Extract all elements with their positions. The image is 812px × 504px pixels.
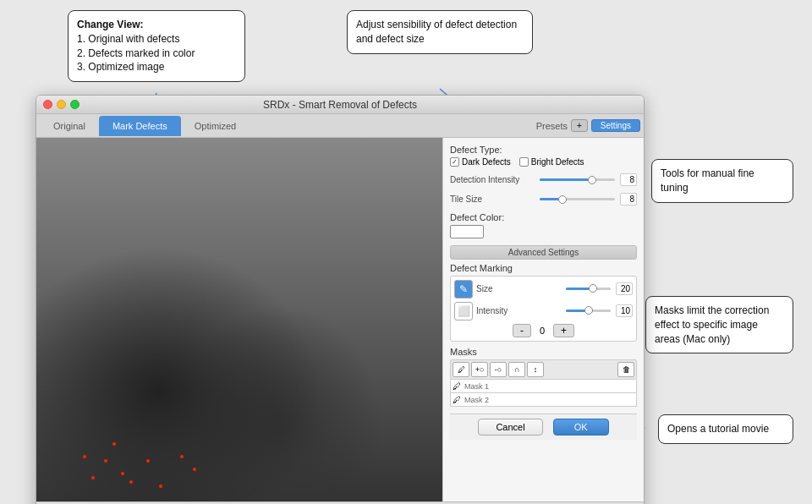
close-button[interactable] <box>43 100 52 109</box>
presets-area: Presets + Settings <box>536 119 640 132</box>
size-tool-row: ✎ Size 20 <box>454 280 633 299</box>
size-slider[interactable] <box>566 288 611 290</box>
mask-intersect-button[interactable]: ∩ <box>508 362 525 377</box>
mask-sub-button[interactable]: -○ <box>490 362 507 377</box>
masks-toolbar: 🖊 +○ -○ ∩ ↕ 🗑 <box>450 359 637 380</box>
defect-dot <box>121 472 124 475</box>
detection-intensity-row: Detection Intensity 8 <box>450 173 637 186</box>
traffic-lights[interactable] <box>43 100 80 109</box>
detection-intensity-slider[interactable] <box>540 178 615 181</box>
minus-button[interactable]: - <box>513 324 531 337</box>
eraser-tool-button[interactable]: ⬜ <box>454 302 473 320</box>
ok-button[interactable]: OK <box>553 419 609 436</box>
defect-dot <box>83 455 86 458</box>
defect-dot <box>129 480 133 484</box>
advanced-settings-header: Advanced Settings <box>450 245 637 260</box>
detection-intensity-value: 8 <box>620 173 637 186</box>
callout-tutorial: Opens a tutorial movie <box>658 414 793 444</box>
presets-add-button[interactable]: + <box>571 119 588 132</box>
mask-layer-2: 🖊 Mask 2 <box>450 393 637 407</box>
tab-optimized[interactable]: Optimized <box>181 116 250 136</box>
action-buttons: Cancel OK <box>450 414 637 440</box>
tab-mark-defects[interactable]: Mark Defects <box>99 116 181 136</box>
bright-defects-checkbox[interactable] <box>519 157 529 167</box>
slider-thumb[interactable] <box>589 284 597 293</box>
size-row: Size 20 <box>476 282 633 295</box>
intensity-slider-area: Intensity 10 <box>476 304 633 319</box>
title-bar: SRDx - Smart Removal of Defects <box>36 96 644 114</box>
mask-draw-icon-2: 🖊 <box>453 395 461 404</box>
masks-label: Masks <box>450 347 637 357</box>
size-label: Size <box>476 284 561 293</box>
size-slider-area: Size 20 <box>476 282 633 297</box>
defect-color-swatch[interactable] <box>450 225 484 238</box>
intensity-tool-row: ⬜ Intensity 10 <box>454 302 633 320</box>
callout-adjust-sensitivity: Adjust sensibility of defect detection a… <box>347 10 533 54</box>
cancel-button[interactable]: Cancel <box>478 419 542 436</box>
defect-marking-tools: ✎ Size 20 ⬜ <box>450 276 637 342</box>
callout-change-view: Change View: 1. Original with defects 2.… <box>68 10 245 82</box>
defect-dot <box>104 459 107 463</box>
app-window: SRDx - Smart Removal of Defects Original… <box>36 95 645 504</box>
defect-color-section: Defect Color: <box>450 212 637 238</box>
presets-label: Presets <box>536 121 568 131</box>
tile-size-slider[interactable] <box>540 198 615 200</box>
defect-marking-label: Defect Marking <box>450 263 637 273</box>
counter-row: - 0 + <box>454 324 633 337</box>
tab-bar: Original Mark Defects Optimized Presets … <box>36 114 644 138</box>
callout-item-1: 1. Original with defects <box>77 33 179 45</box>
dark-defects-label: Dark Defects <box>462 157 511 167</box>
photo-area <box>36 138 442 501</box>
mask-draw-icon: 🖊 <box>453 381 461 391</box>
callout-text: Tools for manual fine tuning <box>661 167 754 194</box>
callout-masks: Masks limit the correction effect to spe… <box>645 296 793 353</box>
intensity-row: Intensity 10 <box>476 304 633 317</box>
callout-title: Change View: <box>77 19 143 30</box>
detection-intensity-label: Detection Intensity <box>450 175 535 184</box>
mask-add-button[interactable]: +○ <box>471 362 488 377</box>
detection-intensity-section: Detection Intensity 8 <box>450 173 637 186</box>
intensity-slider[interactable] <box>566 310 611 312</box>
photo-image <box>36 138 442 501</box>
callout-text: Adjust sensibility of defect detection a… <box>356 19 517 45</box>
maximize-button[interactable] <box>70 100 80 109</box>
callout-manual-fine-tuning: Tools for manual fine tuning <box>651 159 793 203</box>
tile-size-section: Tile Size 8 <box>450 193 637 205</box>
pencil-tool-button[interactable]: ✎ <box>454 280 473 299</box>
mask-layer-1: 🖊 Mask 1 <box>450 380 637 393</box>
tile-size-value: 8 <box>620 193 637 205</box>
slider-thumb[interactable] <box>588 176 596 184</box>
settings-button[interactable]: Settings <box>591 119 640 132</box>
callout-text: Opens a tutorial movie <box>667 423 769 435</box>
defect-type-section: Defect Type: Dark Defects Bright Defects <box>450 145 637 167</box>
counter-value: 0 <box>540 326 545 336</box>
slider-fill <box>540 178 592 181</box>
dark-defects-option[interactable]: Dark Defects <box>450 157 511 167</box>
slider-thumb[interactable] <box>584 306 593 315</box>
minimize-button[interactable] <box>57 100 66 109</box>
slider-thumb[interactable] <box>558 195 567 204</box>
defect-dot <box>180 455 184 458</box>
mask-move-button[interactable]: ↕ <box>527 362 544 377</box>
mask-delete-button[interactable]: 🗑 <box>617 362 634 377</box>
plus-button[interactable]: + <box>553 324 574 337</box>
mask-draw-button[interactable]: 🖊 <box>453 362 469 377</box>
defect-dot <box>193 468 196 471</box>
window-title: SRDx - Smart Removal of Defects <box>263 99 417 111</box>
dark-defects-checkbox[interactable] <box>450 157 459 167</box>
size-value: 20 <box>616 282 633 295</box>
tab-original[interactable]: Original <box>40 116 99 136</box>
intensity-value: 10 <box>616 304 633 317</box>
bright-defects-label: Bright Defects <box>531 157 584 167</box>
defect-color-label: Defect Color: <box>450 212 637 222</box>
right-panel: Defect Type: Dark Defects Bright Defects… <box>442 138 644 501</box>
intensity-label: Intensity <box>476 306 561 315</box>
masks-area: Masks 🖊 +○ -○ ∩ ↕ 🗑 🖊 Mask 1 🖊 Mask 2 <box>450 347 637 407</box>
tile-size-row: Tile Size 8 <box>450 193 637 205</box>
defect-dot <box>146 459 150 463</box>
tile-size-label: Tile Size <box>450 194 535 204</box>
bright-defects-option[interactable]: Bright Defects <box>519 157 584 167</box>
defect-type-options: Dark Defects Bright Defects <box>450 157 637 167</box>
mask-layer-label-2: Mask 2 <box>464 396 489 404</box>
callout-item-2: 2. Defects marked in color <box>77 47 195 59</box>
